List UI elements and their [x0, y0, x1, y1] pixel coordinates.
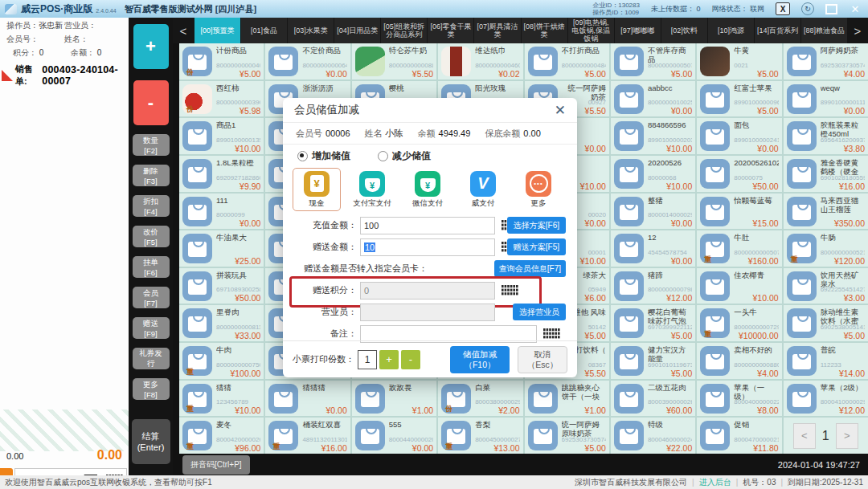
keyboard-icon[interactable]	[502, 285, 519, 296]
tab-3[interactable]: [04]日用品类	[334, 18, 380, 43]
product-card[interactable]: 1.8L果粒橙6920927182860¥9.90	[179, 156, 264, 192]
function-button-1[interactable]: 删除[F3]	[133, 165, 170, 186]
maximize-icon[interactable]	[825, 4, 837, 14]
tab-13[interactable]: [88]粮油食品	[801, 18, 847, 43]
product-card[interactable]: 饮用天然矿泉水6922255451427¥3.00	[784, 268, 868, 304]
product-card[interactable]: 怡颗莓蓝莓¥15.00	[697, 194, 781, 230]
query-member-button[interactable]: 查询会员信息[F7]	[494, 260, 566, 277]
tab-12[interactable]: [14]百货系列	[755, 18, 800, 43]
product-card[interactable]: 桶装红双喜4891132011301重¥16.00	[265, 418, 350, 454]
sync-icon[interactable]: ↻	[801, 2, 814, 15]
tab-7[interactable]: [08]饼干烘焙类	[522, 18, 567, 43]
payment-method-cash[interactable]: 现金	[293, 168, 341, 211]
product-card[interactable]: 牛肚8000000000507重¥160.00	[697, 230, 781, 267]
function-button-7[interactable]: 礼券发行	[133, 348, 170, 369]
product-card[interactable]: 牛肉8000000000750重¥100.00	[179, 343, 264, 379]
tab-4[interactable]: [05]组装和拆分商品系列	[381, 18, 427, 43]
product-card[interactable]: 西红柿8000000000390份¥5.98	[179, 81, 264, 117]
qty-minus-button[interactable]: -	[133, 80, 169, 125]
product-card[interactable]: 整猪8000014000029¥0.00	[611, 194, 695, 230]
product-card[interactable]: 白菜8000380000029份¥2.00	[438, 381, 522, 417]
page-next-button[interactable]: >	[836, 423, 858, 449]
function-button-3[interactable]: 改价[F5]	[133, 226, 170, 247]
product-card[interactable]: 香梨8000450000027重¥13.00	[438, 418, 522, 454]
clerk-input[interactable]	[360, 304, 495, 321]
function-button-8[interactable]: 更多[F8]	[133, 378, 170, 400]
product-card[interactable]: 促销8000470000021¥11.80	[697, 418, 781, 454]
product-card[interactable]: 一头牛8000000000729重¥10000.00	[697, 305, 781, 341]
enter-backend-link[interactable]: 进入后台	[699, 477, 731, 488]
product-card[interactable]: 麦冬8000420000026重¥96.00	[179, 418, 264, 454]
product-card[interactable]: 计份商品8000000000040份¥5.00	[179, 43, 264, 79]
gift-plan-button[interactable]: 赠送方案[F5]	[507, 238, 566, 255]
payment-method-vpay[interactable]: 威支付	[459, 168, 507, 211]
product-card[interactable]: 特仑苏牛奶8000000000088¥5.50	[352, 43, 436, 79]
payment-method-alipay[interactable]: 支付宝支付	[348, 168, 396, 211]
function-button-5[interactable]: 会员[F7]	[133, 287, 170, 308]
tab-9[interactable]: [97]嘟嘟嘟	[615, 18, 661, 43]
product-card[interactable]: 牛黄0021¥5.00	[697, 43, 781, 79]
recharge-amount-input[interactable]: 100	[360, 217, 495, 234]
copies-minus-button[interactable]: -	[401, 350, 420, 369]
cancel-button[interactable]: 取消（Esc）	[518, 346, 567, 373]
product-card[interactable]: 面包8990100000241¥0.00	[697, 118, 781, 154]
product-card[interactable]: 不管库存商品8000000000507¥5.00	[611, 43, 695, 79]
keyboard-icon[interactable]	[543, 328, 561, 340]
product-card[interactable]: 8848665968990100000203¥10.00	[611, 118, 695, 154]
dialog-close-icon[interactable]: ✕	[555, 104, 566, 117]
pinyin-mode-button[interactable]: 拼音码[Ctrl+P]	[182, 455, 250, 475]
tab-6[interactable]: [07]厨具清洁类	[474, 18, 520, 43]
function-button-0[interactable]: 数量[F2]	[133, 134, 170, 156]
submit-stored-value-button[interactable]: 储值加减（F10）	[450, 346, 510, 373]
page-prev-button[interactable]: <	[793, 423, 816, 449]
product-card[interactable]: 胶瓶装果粒橙450ml6956416200937¥3.80	[784, 118, 868, 154]
product-card[interactable]: 猪蹄8000000000798¥12.00	[611, 268, 695, 304]
product-card[interactable]: 不打折商品8000000000484¥5.00	[525, 43, 609, 79]
copies-plus-button[interactable]: +	[379, 350, 399, 369]
print-copies-input[interactable]: 1	[358, 350, 377, 369]
product-card[interactable]: 里脊肉8000000000811¥33.00	[179, 305, 264, 341]
product-card[interactable]: 拼装玩具6971089300258¥50.00	[179, 268, 264, 304]
tab-8[interactable]: [09]电热锅,电饭锅,保温饭锅	[568, 18, 614, 43]
product-card[interactable]: 樱花白葡萄味苏打气泡水6970399922112¥5.00	[611, 305, 695, 341]
product-card[interactable]: 猜猜123456789重¥10.00	[179, 381, 264, 417]
pick-clerk-button[interactable]: 选择营业员	[513, 304, 566, 320]
product-card[interactable]: 阿萨姆奶茶6925303730574¥4.00	[784, 43, 868, 79]
product-card[interactable]: 马来西亚猫山王榴莲¥350.00	[784, 194, 868, 230]
product-card[interactable]: 猜猜猜¥0.00	[265, 381, 350, 417]
product-card[interactable]: 20200526102080000075¥50.00	[697, 156, 781, 192]
tab-10[interactable]: [02]饮料	[661, 18, 707, 43]
radio-add-value[interactable]: 增加储值	[297, 149, 350, 163]
product-card[interactable]: 苹果（一级）8000400000022¥8.00	[697, 381, 781, 417]
tabs-next-icon[interactable]: >	[847, 18, 868, 43]
tab-1[interactable]: [01]食品	[241, 18, 287, 43]
product-card[interactable]: 11180000099¥0.00	[179, 194, 264, 230]
product-card[interactable]: 5558000440000020¥0.00	[352, 418, 436, 454]
product-card[interactable]: 特级8000460000024¥22.00	[611, 418, 695, 454]
product-card[interactable]: 普皖112233¥14.00	[784, 343, 868, 379]
choose-plan-button[interactable]: 选择方案[F6]	[507, 217, 566, 234]
product-card[interactable]: 跳跳糖夹心饼干（一块两个¥1.00	[525, 381, 609, 417]
product-card[interactable]: 不定价商品8000000000064¥0.00	[265, 43, 350, 79]
close-window-icon[interactable]: ✕	[849, 3, 862, 14]
tab-0[interactable]: [00]预置类	[194, 18, 240, 43]
product-card[interactable]: 牛油果大¥25.00	[179, 230, 264, 267]
product-card[interactable]: 维达纸巾8000000000460¥0.02	[438, 43, 522, 79]
product-card[interactable]: 统一阿萨姆原味奶茶6925303730574¥5.00	[525, 418, 609, 454]
radio-subtract-value[interactable]: 减少储值	[378, 149, 431, 163]
product-card[interactable]: 商品18990100000135¥10.00	[179, 118, 264, 154]
input-method-icon[interactable]: X	[776, 2, 790, 15]
product-card[interactable]: 健力宝汉方能量6901010119673¥5.00	[611, 343, 695, 379]
product-card[interactable]: weqw8990100000111¥0.00	[784, 81, 868, 117]
tab-5[interactable]: [06]零食干果类	[428, 18, 473, 43]
settle-button[interactable]: 结算(Enter)	[132, 419, 170, 464]
gift-amount-input[interactable]: 10	[360, 238, 495, 256]
tab-11[interactable]: [10]鸿源	[708, 18, 754, 43]
function-button-6[interactable]: 赠送[F9]	[133, 317, 170, 339]
function-button-2[interactable]: 折扣[F4]	[133, 195, 170, 217]
product-card[interactable]: 2020052680000068¥10.00	[611, 156, 695, 192]
product-card[interactable]: 二级五花肉8000390000026¥60.00	[611, 381, 695, 417]
payment-method-more[interactable]: 更多	[514, 168, 563, 211]
product-card[interactable]: 苹果（2级）8000410000029¥12.00	[784, 381, 868, 417]
gift-points-input[interactable]: 0	[360, 282, 495, 300]
